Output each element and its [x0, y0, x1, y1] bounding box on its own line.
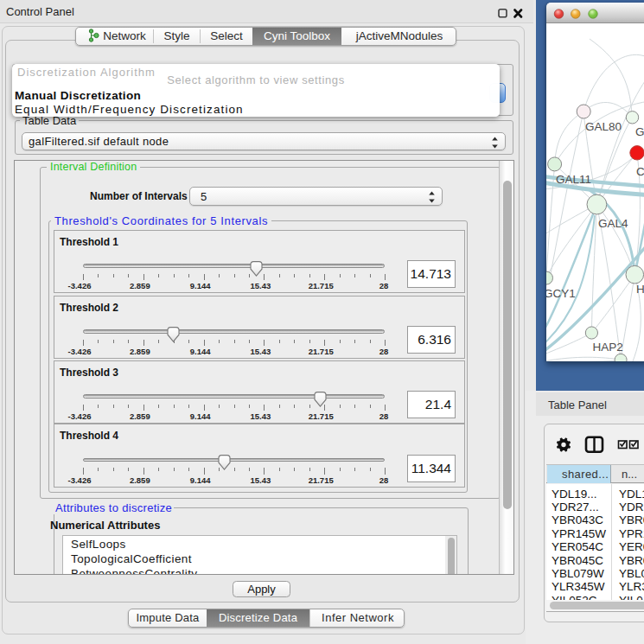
svg-text:HAP2: HAP2 — [593, 341, 623, 354]
svg-text:GAL11: GAL11 — [556, 173, 591, 186]
svg-text:GAL4: GAL4 — [598, 217, 628, 230]
svg-text:GCY1: GCY1 — [546, 287, 576, 300]
svg-text:G.: G. — [635, 125, 644, 138]
svg-text:H: H — [636, 283, 644, 296]
svg-text:GAL80: GAL80 — [585, 120, 622, 133]
svg-text:C: C — [636, 165, 644, 178]
